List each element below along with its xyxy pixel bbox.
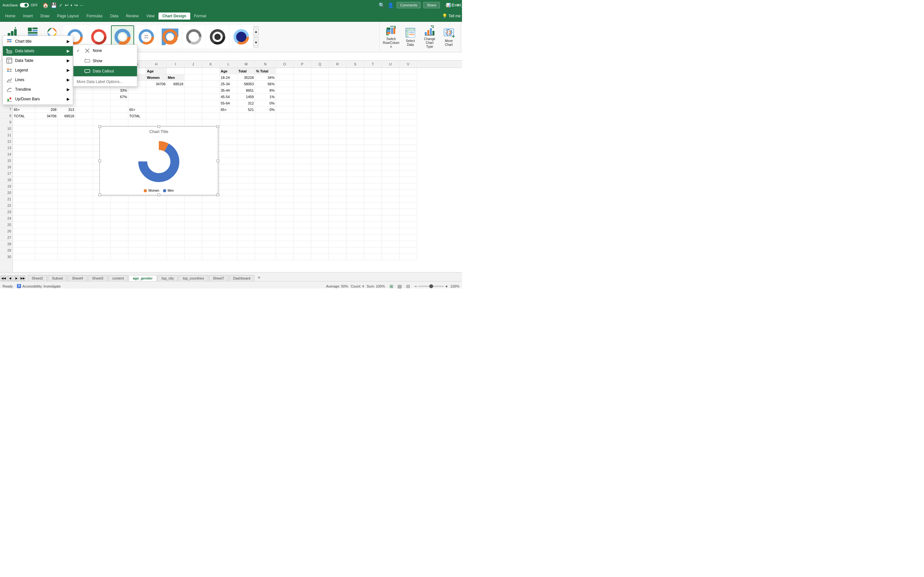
cell-R2[interactable]	[329, 74, 347, 81]
cell-Q29[interactable]	[311, 247, 329, 254]
cell-H24[interactable]	[146, 215, 167, 222]
tab-draw[interactable]: Draw	[37, 13, 53, 19]
cell-H6[interactable]	[146, 100, 167, 106]
cell-I24[interactable]	[167, 215, 184, 222]
cell-J7[interactable]	[184, 106, 202, 113]
cell-K1[interactable]	[202, 68, 220, 74]
cell-L8[interactable]	[220, 113, 237, 119]
cell-K24[interactable]	[202, 215, 220, 222]
sheet-tab-top-city[interactable]: top_city	[158, 275, 178, 281]
cell-Q4[interactable]	[311, 87, 329, 93]
cell-B23[interactable]	[35, 209, 58, 215]
cell-A28[interactable]	[13, 241, 35, 247]
cell-I4[interactable]	[167, 87, 184, 93]
cell-B21[interactable]	[35, 196, 58, 203]
cell-V29[interactable]	[399, 247, 417, 254]
cell-G4[interactable]	[128, 87, 146, 93]
cell-J28[interactable]	[184, 241, 202, 247]
cell-Q26[interactable]	[311, 228, 329, 235]
cell-U18[interactable]	[382, 177, 399, 183]
cell-J1[interactable]	[184, 68, 202, 74]
undo-dropdown-icon[interactable]: ▾	[71, 3, 72, 7]
cell-S18[interactable]	[347, 177, 364, 183]
cell-V7[interactable]	[399, 106, 417, 113]
cell-K27[interactable]	[202, 235, 220, 241]
cell-O17[interactable]	[276, 171, 294, 177]
cell-K8[interactable]	[202, 113, 220, 119]
menu-item-data-labels[interactable]: Data labels ▶	[3, 46, 73, 56]
cell-P17[interactable]	[294, 171, 311, 177]
cell-O11[interactable]	[276, 132, 294, 139]
sheet-tab-sheet2[interactable]: Sheet2	[27, 275, 47, 281]
cell-N1[interactable]: % Total	[255, 68, 276, 74]
cell-P15[interactable]	[294, 158, 311, 164]
cell-S3[interactable]	[347, 81, 364, 87]
col-V[interactable]: V	[399, 61, 417, 68]
cell-M30[interactable]	[237, 254, 255, 260]
cell-P2[interactable]	[294, 74, 311, 81]
cell-N29[interactable]	[255, 247, 276, 254]
cell-N12[interactable]	[255, 139, 276, 145]
cell-C21[interactable]	[58, 196, 75, 203]
chart-handle-br[interactable]	[216, 193, 219, 196]
cell-D14[interactable]	[75, 151, 93, 158]
autosave-toggle[interactable]	[20, 3, 29, 7]
menu-item-trendline[interactable]: Trendline ▶	[3, 85, 73, 94]
cell-D11[interactable]	[75, 132, 93, 139]
cell-O9[interactable]	[276, 119, 294, 126]
cell-M8[interactable]	[237, 113, 255, 119]
cell-O29[interactable]	[276, 247, 294, 254]
cell-K29[interactable]	[202, 247, 220, 254]
cell-M25[interactable]	[237, 222, 255, 228]
tab-insert[interactable]: Insert	[19, 13, 37, 19]
cell-T24[interactable]	[364, 215, 382, 222]
cell-N13[interactable]	[255, 145, 276, 151]
cell-E5[interactable]	[93, 93, 111, 100]
cell-M14[interactable]	[237, 151, 255, 158]
cell-R13[interactable]	[329, 145, 347, 151]
tab-view[interactable]: View	[142, 13, 158, 19]
cell-Q6[interactable]	[311, 100, 329, 106]
cell-L29[interactable]	[220, 247, 237, 254]
cell-D30[interactable]	[75, 254, 93, 260]
cell-U19[interactable]	[382, 183, 399, 190]
undo-icon[interactable]: ↩	[65, 3, 69, 8]
cell-Q3[interactable]	[311, 81, 329, 87]
cell-N20[interactable]	[255, 190, 276, 196]
cell-E29[interactable]	[93, 247, 111, 254]
chart-style-7[interactable]	[206, 25, 229, 48]
cell-G29[interactable]	[128, 247, 146, 254]
cell-Q21[interactable]	[311, 196, 329, 203]
cell-D13[interactable]	[75, 145, 93, 151]
cell-P5[interactable]	[294, 93, 311, 100]
sheet-tab-sheet7[interactable]: Sheet7	[209, 275, 228, 281]
cell-Q22[interactable]	[311, 203, 329, 209]
cell-A15[interactable]	[13, 158, 35, 164]
cell-U7[interactable]	[382, 106, 399, 113]
cell-K22[interactable]	[202, 203, 220, 209]
cell-H2[interactable]: Women	[146, 74, 167, 81]
cell-H30[interactable]	[146, 254, 167, 260]
cell-A14[interactable]	[13, 151, 35, 158]
search-icon[interactable]: 🔍	[379, 2, 385, 8]
cell-R4[interactable]	[329, 87, 347, 93]
submenu-show[interactable]: Show	[73, 56, 137, 66]
cell-C18[interactable]	[58, 177, 75, 183]
cell-R8[interactable]	[329, 113, 347, 119]
cell-B11[interactable]	[35, 132, 58, 139]
cell-U10[interactable]	[382, 126, 399, 132]
cell-T6[interactable]	[364, 100, 382, 106]
cell-E28[interactable]	[93, 241, 111, 247]
cell-Q5[interactable]	[311, 93, 329, 100]
cell-P9[interactable]	[294, 119, 311, 126]
cell-S25[interactable]	[347, 222, 364, 228]
cell-S27[interactable]	[347, 235, 364, 241]
cell-N24[interactable]	[255, 215, 276, 222]
cell-P21[interactable]	[294, 196, 311, 203]
cell-L17[interactable]	[220, 171, 237, 177]
cell-G30[interactable]	[128, 254, 146, 260]
cell-T26[interactable]	[364, 228, 382, 235]
cell-Q19[interactable]	[311, 183, 329, 190]
cell-P1[interactable]	[294, 68, 311, 74]
cell-O22[interactable]	[276, 203, 294, 209]
